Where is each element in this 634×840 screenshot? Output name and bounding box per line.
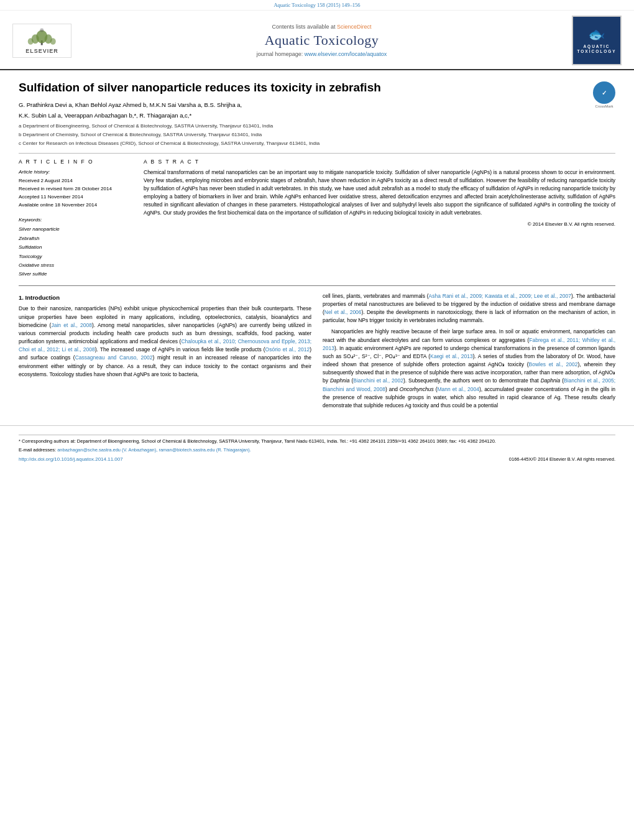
footnote-email: E-mail addresses: anbazhagan@sche.sastra…: [19, 446, 615, 454]
ref-kaegi[interactable]: Kaegi et al., 2013: [430, 353, 473, 359]
section-divider-1: [19, 153, 615, 154]
sciencedirect-line: Contents lists available at ScienceDirec…: [84, 24, 559, 30]
sciencedirect-prefix: Contents lists available at: [272, 24, 337, 30]
body-divider: [19, 285, 615, 286]
ref-osorio[interactable]: Osório et al., 2012: [265, 346, 310, 353]
email-addresses[interactable]: anbazhagan@sche.sastra.edu (V. Anbazhaga…: [57, 447, 251, 453]
svg-point-5: [50, 39, 55, 45]
journal-header: ELSEVIER Contents lists available at Sci…: [0, 11, 634, 70]
journal-logo-fish-icon: 🐟: [588, 27, 605, 43]
kw-5: Oxidative stress: [19, 261, 134, 270]
keywords-heading: Keywords:: [19, 216, 134, 224]
doi-link[interactable]: http://dx.doi.org/10.1016/j.aquatox.2014…: [19, 456, 123, 462]
article-history: Article history: Received 2 August 2014 …: [19, 168, 134, 210]
authors-line1: G. Prathinkra Devi a, Khan Behlol Ayaz A…: [19, 101, 615, 109]
ref-mann[interactable]: Mann et al., 2004: [437, 386, 479, 392]
affil-a: a Department of Bioengineering, School o…: [19, 122, 615, 131]
kw-4: Toxicology: [19, 252, 134, 261]
accepted-date: Accepted 11 November 2014: [19, 193, 134, 201]
journal-title-header: Aquatic Toxicology: [84, 32, 559, 48]
revised-date: Received in revised form 28 October 2014: [19, 185, 134, 193]
journal-header-center: Contents lists available at ScienceDirec…: [71, 24, 572, 57]
kw-6: Silver sulfide: [19, 270, 134, 279]
page-footer: * Corresponding authors at: Department o…: [0, 425, 634, 466]
article-info-abstract: A R T I C L E I N F O Article history: R…: [19, 159, 615, 279]
email-label: E-mail addresses:: [19, 447, 56, 453]
ref-bowles[interactable]: Bowles et al., 2002: [529, 361, 578, 367]
crossmark-badge[interactable]: ✓ CrossMark: [593, 81, 615, 104]
article-history-heading: Article history:: [19, 168, 134, 177]
abstract-text: Chemical transformations of metal nanopa…: [144, 168, 615, 218]
abstract-col: A B S T R A C T Chemical transformations…: [144, 159, 615, 279]
elsevier-text: ELSEVIER: [25, 48, 58, 54]
elsevier-logo: ELSEVIER: [12, 24, 71, 58]
ref-bianchini2002[interactable]: Bianchini et al., 2002: [353, 377, 403, 384]
footnote-corresponding: * Corresponding authors at: Department o…: [19, 438, 615, 445]
kw-1: Silver nanoparticle: [19, 225, 134, 234]
intro-col2-p1: cell lines, plants, vertebrates and mamm…: [323, 292, 615, 325]
body-col-left: 1. Introduction Due to their nanosize, n…: [19, 292, 311, 413]
svg-point-4: [27, 39, 33, 45]
abstract-paragraph: Chemical transformations of metal nanopa…: [144, 168, 615, 218]
top-doi-line: Aquatic Toxicology 158 (2015) 149–156: [0, 0, 634, 11]
affil-c: c Center for Research on Infectious Dise…: [19, 140, 615, 148]
body-col-right: cell lines, plants, vertebrates and mamm…: [323, 292, 615, 413]
intro-col1-p1: Due to their nanosize, nanoparticles (NP…: [19, 305, 311, 379]
ref-nel[interactable]: Nel et al., 2006: [324, 309, 362, 315]
page: Aquatic Toxicology 158 (2015) 149–156 EL…: [0, 0, 634, 840]
affiliations: a Department of Bioengineering, School o…: [19, 122, 615, 147]
article-info-col: A R T I C L E I N F O Article history: R…: [19, 159, 134, 279]
homepage-prefix: journal homepage:: [257, 51, 305, 57]
received-date: Received 2 August 2014: [19, 177, 134, 185]
keywords-list: Silver nanoparticle Zebrafish Sulfidatio…: [19, 225, 134, 279]
crossmark-icon: ✓: [593, 81, 615, 104]
available-date: Available online 18 November 2014: [19, 201, 134, 210]
body-two-col: 1. Introduction Due to their nanosize, n…: [19, 292, 615, 413]
copyright-line: © 2014 Elsevier B.V. All rights reserved…: [144, 221, 615, 227]
footer-divider: [19, 435, 615, 435]
authors-line2: K.K. Subin Lal a, Veerappan Anbazhagan b…: [19, 111, 615, 120]
article-content: ✓ CrossMark Sulfidation of silver nanopa…: [0, 70, 634, 419]
homepage-link[interactable]: www.elsevier.com/locate/aquatox: [305, 51, 387, 57]
issn-line: 0166-445X/© 2014 Elsevier B.V. All right…: [509, 456, 615, 462]
homepage-line: journal homepage: www.elsevier.com/locat…: [84, 51, 559, 57]
journal-logo-text: AQUATIC TOXICOLOGY: [577, 44, 616, 55]
svg-point-6: [40, 29, 44, 32]
sciencedirect-link[interactable]: ScienceDirect: [337, 24, 372, 30]
intro-col2-p2: Nanoparticles are highly reactive becaus…: [323, 328, 615, 410]
article-info-label: A R T I C L E I N F O: [19, 159, 134, 165]
kw-2: Zebrafish: [19, 234, 134, 243]
top-doi-text: Aquatic Toxicology 158 (2015) 149–156: [273, 2, 360, 8]
ref-fabrega[interactable]: Fabrega et al., 2011; Whitley et al., 20…: [323, 337, 615, 351]
affil-b: b Department of Chemistry, School of Che…: [19, 131, 615, 139]
footer-bottom: http://dx.doi.org/10.1016/j.aquatox.2014…: [19, 456, 615, 462]
article-title: Sulfidation of silver nanoparticle reduc…: [19, 80, 615, 96]
ref-jain[interactable]: Jain et al., 2008: [51, 322, 92, 328]
kw-3: Sulfidation: [19, 243, 134, 252]
elsevier-tree-svg: [24, 27, 61, 47]
ref-cassagneau[interactable]: Cassagneau and Caruso, 2002: [75, 354, 153, 361]
ref-asha[interactable]: Asha Rani et al., 2009; Kawata et al., 2…: [429, 293, 571, 299]
intro-heading: 1. Introduction: [19, 293, 311, 303]
journal-logo-box: 🐟 AQUATIC TOXICOLOGY: [572, 16, 622, 65]
abstract-label: A B S T R A C T: [144, 159, 615, 165]
keywords-section: Keywords: Silver nanoparticle Zebrafish …: [19, 216, 134, 279]
